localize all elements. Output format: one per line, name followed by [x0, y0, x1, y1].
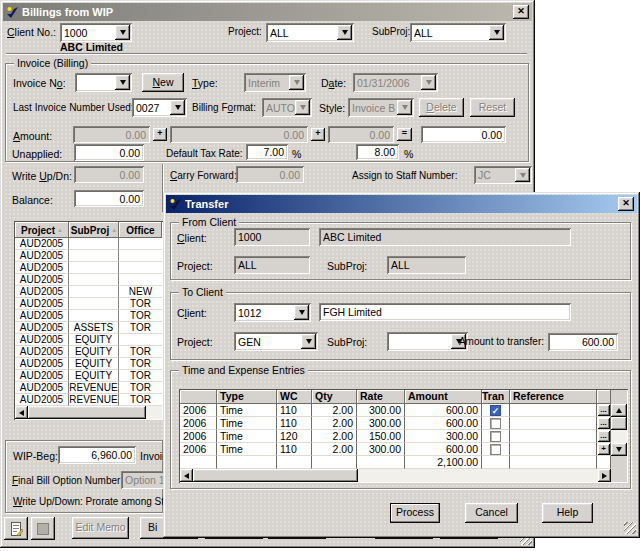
table-row[interactable]: AUD2005 — [15, 274, 162, 286]
amount-label: Amount: — [13, 130, 52, 142]
to-client-name-field: FGH Limited — [319, 303, 571, 321]
amount-to-transfer-field[interactable]: 600.00 — [548, 333, 618, 351]
balance-field: 0.00 — [74, 190, 144, 207]
unapplied-field[interactable]: 0.00 — [74, 144, 144, 161]
client-no-combobox[interactable]: 1000 — [60, 23, 132, 42]
close-icon[interactable]: ✕ — [513, 5, 529, 19]
to-client-group-title: To Client — [179, 286, 226, 299]
cancel-button[interactable]: Cancel — [465, 503, 518, 523]
plus-button[interactable]: + — [153, 128, 167, 141]
grid-row[interactable]: 2006 Time 120 2.00 150.00 300.00 ... — [180, 430, 611, 443]
subproj-combobox[interactable]: ALL — [410, 23, 506, 42]
table-row[interactable]: AUD2005 EQUITY TOR — [15, 346, 162, 358]
grid-total-amount: 2,100.00 — [405, 456, 482, 469]
scrollbar-thumb[interactable] — [193, 469, 358, 482]
equals-button[interactable]: = — [397, 128, 412, 141]
new-button[interactable]: New — [142, 73, 184, 92]
table-row[interactable]: AUD2005 EQUITY TOR — [15, 358, 162, 370]
column-header-wc[interactable]: WC — [277, 390, 312, 404]
chevron-down-icon[interactable] — [115, 25, 130, 40]
tran-checkbox[interactable] — [490, 444, 501, 455]
wip-project-table: Project▲ SubProj▲ Office AUD2005 AUD2005… — [14, 221, 163, 420]
column-header-year[interactable] — [180, 390, 217, 404]
billings-titlebar[interactable]: Billings from WIP ✕ — [3, 3, 532, 21]
table-row[interactable]: AUD2005 REVENUE TOR — [15, 394, 162, 406]
table-row[interactable]: AUD2005 NEW — [15, 286, 162, 298]
reference-lookup-button[interactable]: ... — [598, 405, 610, 416]
desktop: { "ui": { "close": "✕", "sort": "▲" }, "… — [0, 0, 640, 551]
reference-lookup-button[interactable]: ... — [598, 418, 610, 429]
scroll-right-icon[interactable] — [598, 469, 611, 482]
column-header-tran[interactable]: Tran — [482, 390, 510, 404]
plus-button[interactable]: + — [311, 128, 325, 141]
sort-asc-icon: ▲ — [111, 227, 117, 233]
scrollbar-thumb[interactable] — [28, 406, 146, 419]
grid-vertical-scrollbar[interactable] — [611, 404, 627, 456]
column-header-office[interactable]: Office — [119, 222, 162, 238]
app-icon — [169, 198, 182, 211]
scroll-left-icon[interactable] — [15, 406, 28, 419]
grid-row[interactable]: 2006 Time 110 2.00 300.00 600.00 ✓ ... — [180, 404, 611, 417]
table-row[interactable]: AUD2005 EQUITY TOR — [15, 370, 162, 382]
transfer-titlebar[interactable]: Transfer ✕ — [166, 195, 637, 213]
type-label: Type: — [192, 77, 218, 89]
reference-lookup-button[interactable]: ... — [598, 431, 610, 442]
table-row[interactable]: AUD2005 — [15, 238, 162, 250]
swatch-button[interactable] — [31, 517, 55, 540]
table-row[interactable]: AUD2005 ASSETS TOR — [15, 322, 162, 334]
chevron-down-icon[interactable] — [301, 334, 316, 349]
entries-group-title: Time and Expense Entries — [179, 364, 308, 377]
grid-row[interactable]: 2006 Time 110 2.00 300.00 600.00 ... — [180, 417, 611, 430]
chevron-down-icon[interactable] — [170, 100, 185, 115]
project-combobox[interactable]: ALL — [266, 23, 354, 42]
close-icon[interactable]: ✕ — [618, 197, 634, 211]
help-button[interactable]: Help — [542, 503, 593, 523]
client-no-label: Client No.: — [7, 26, 56, 38]
scroll-up-icon[interactable] — [611, 404, 627, 417]
chevron-down-icon[interactable] — [115, 75, 130, 90]
invoice-no-combobox[interactable] — [75, 73, 132, 92]
column-header-subproj[interactable]: SubProj▲ — [69, 222, 119, 238]
scroll-down-icon[interactable] — [611, 443, 627, 456]
balance-label: Balance: — [12, 194, 53, 206]
column-header-qty[interactable]: Qty — [312, 390, 357, 404]
last-invoice-combobox[interactable]: 0027 — [132, 98, 187, 117]
table-row[interactable]: AUD2005 TOR — [15, 298, 162, 310]
from-client-label: Client: — [177, 232, 207, 244]
write-up-dn-label: Write Up/Dn: — [12, 170, 72, 182]
column-header-rate[interactable]: Rate — [357, 390, 405, 404]
reference-lookup-button[interactable]: + — [598, 444, 610, 455]
default-tax-rate-label: Default Tax Rate: — [166, 148, 243, 159]
tax-rate-1-field[interactable]: 7.00 — [246, 144, 288, 160]
scrollbar-thumb[interactable] — [611, 417, 627, 430]
wip-horizontal-scrollbar[interactable] — [15, 406, 162, 419]
column-header-reference[interactable]: Reference — [510, 390, 597, 404]
tran-checkbox[interactable]: ✓ — [490, 405, 501, 416]
date-label: Date: — [321, 77, 346, 89]
table-row[interactable]: AUD2005 EQUITY — [15, 334, 162, 346]
column-header-type[interactable]: Type — [217, 390, 277, 404]
chevron-down-icon[interactable] — [489, 25, 504, 40]
table-row[interactable]: AUD2005 — [15, 262, 162, 274]
table-row[interactable]: AUD2005 — [15, 250, 162, 262]
chevron-down-icon[interactable] — [294, 305, 309, 320]
memo-button[interactable] — [4, 517, 28, 540]
to-project-combobox[interactable]: GEN — [234, 332, 318, 351]
grid-row[interactable]: 2006 Time 110 2.00 300.00 600.00 + — [180, 443, 611, 456]
process-button[interactable]: Process — [390, 503, 440, 523]
table-row[interactable]: AUD2005 TOR — [15, 310, 162, 322]
style-combobox: Invoice B — [348, 98, 414, 117]
column-header-amount[interactable]: Amount — [405, 390, 482, 404]
from-project-field: ALL — [234, 256, 310, 274]
resize-grip[interactable] — [624, 522, 636, 534]
column-header-project[interactable]: Project▲ — [15, 222, 69, 238]
amount-to-transfer-label: Amount to transfer: — [451, 336, 544, 347]
scroll-left-icon[interactable] — [180, 469, 193, 482]
tran-checkbox[interactable] — [490, 431, 501, 442]
to-client-combobox[interactable]: 1012 — [234, 303, 311, 322]
tran-checkbox[interactable] — [490, 418, 501, 429]
tax-rate-2-field[interactable]: 8.00 — [356, 144, 399, 160]
table-row[interactable]: AUD2005 REVENUE TOR — [15, 382, 162, 394]
grid-horizontal-scrollbar[interactable] — [180, 469, 611, 482]
chevron-down-icon[interactable] — [337, 25, 352, 40]
